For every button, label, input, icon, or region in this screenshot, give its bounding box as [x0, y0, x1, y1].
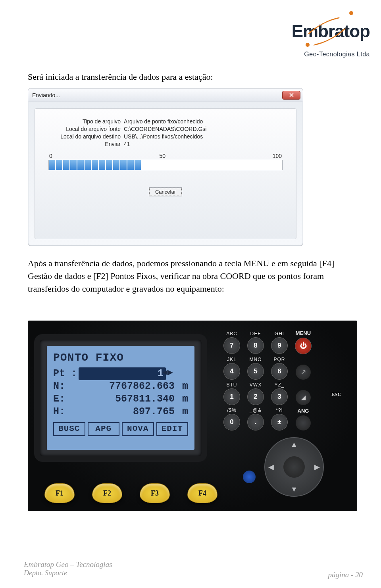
- dialog-body: Tipo de arquivoArquivo de ponto fixo/con…: [35, 108, 296, 239]
- key-9: 9: [271, 337, 288, 354]
- logo-subtitle: Geo-Tecnologias Ltda: [255, 51, 370, 58]
- logo-graphic: Embratop: [255, 8, 370, 52]
- key-5: 5: [247, 363, 264, 380]
- scale-min: 0: [49, 153, 52, 159]
- info-label: Enviar: [57, 141, 124, 147]
- ang-label: ANG: [291, 408, 315, 414]
- key-label: STU: [220, 382, 244, 388]
- info-label: Tipo de arquivo: [57, 118, 124, 125]
- key-label: GHI: [267, 331, 291, 336]
- page-footer: Embratop Geo – Tecnologias Depto. Suport…: [24, 560, 363, 579]
- key-label: MNO: [244, 357, 267, 362]
- scale-mid: 50: [159, 153, 165, 159]
- close-button[interactable]: [282, 91, 300, 100]
- key-label: YZ_: [267, 382, 291, 388]
- arrow-up-icon: ▲: [291, 440, 298, 449]
- info-label: Local do arquivo fonte: [57, 126, 124, 132]
- info-value: Arquivo de ponto fixo/conhecido: [124, 118, 203, 125]
- dialog-title: Enviando...: [32, 92, 282, 98]
- key-8: 8: [247, 337, 264, 354]
- lcd-title: PONTO FIXO: [53, 351, 188, 365]
- dialog-titlebar: Enviando...: [28, 88, 303, 102]
- transfer-dialog: Enviando... Tipo de arquivoArquivo de po…: [28, 88, 303, 246]
- ang-icon: [296, 415, 311, 430]
- close-icon: [289, 93, 294, 97]
- info-label: Local do arquivo destino: [57, 133, 124, 140]
- key-4: 4: [223, 363, 240, 380]
- footer-company: Embratop Geo – Tecnologias: [24, 560, 363, 569]
- menu-label: MENU: [291, 330, 315, 336]
- f1-key: F1: [44, 483, 75, 503]
- key-pm: ±: [271, 414, 288, 430]
- progress-scale: 0 50 100: [48, 153, 283, 159]
- key-label: JKL: [220, 357, 244, 362]
- progress-bar: [48, 160, 283, 170]
- key-label: VWX: [244, 382, 267, 388]
- key-label: DEF: [244, 331, 267, 336]
- scale-max: 100: [273, 153, 282, 159]
- key-6: 6: [271, 363, 288, 380]
- info-value: C:\COORDENADAS\COORD.Gsi: [124, 126, 206, 132]
- fnc-label: FNC: [331, 321, 341, 433]
- ent-label: ENT: [28, 391, 256, 440]
- key-label: PQR: [267, 357, 291, 362]
- f4-key: F4: [187, 483, 217, 503]
- dpad: ▲ ▼ ◀ ▶: [264, 437, 324, 497]
- key-label: *?!: [267, 407, 291, 413]
- device-photo: PONTO FIXO Pt : 1 ◀▶ N:7767862.663m E:56…: [28, 321, 357, 511]
- f2-key: F2: [92, 483, 122, 503]
- power-button: ⏻: [295, 338, 312, 354]
- page-number: página - 20: [24, 571, 363, 579]
- lcd-pt-label: Pt :: [53, 367, 79, 380]
- cancel-button[interactable]: Cancelar: [149, 188, 182, 196]
- f3-key: F3: [140, 483, 170, 503]
- arrow-down-icon: ▼: [291, 485, 298, 494]
- info-value: USB\...\Pontos fixos/conhecidos: [124, 133, 203, 140]
- intro-paragraph-1: Será iniciada a transferência de dados p…: [28, 71, 213, 83]
- page-down-icon: ◢: [296, 390, 311, 405]
- function-keys: F1 F2 F3 F4: [44, 483, 217, 503]
- ent-button: [243, 471, 256, 483]
- key-7: 7: [223, 337, 240, 354]
- lcd-pt-value: 1: [79, 367, 166, 380]
- page-up-icon: ↗: [296, 365, 311, 380]
- arrow-right-icon: ▶: [314, 463, 320, 471]
- scroll-arrows-icon: ◀▶: [163, 367, 173, 379]
- info-value: 41: [124, 141, 130, 147]
- transfer-info: Tipo de arquivoArquivo de ponto fixo/con…: [57, 118, 283, 147]
- key-label: ABC: [220, 331, 244, 336]
- brand-logo: Embratop Geo-Tecnologias Ltda: [255, 8, 370, 58]
- key-3: 3: [271, 388, 288, 405]
- intro-paragraph-2: Após a transferência de dados, podemos p…: [28, 257, 353, 295]
- arrow-left-icon: ◀: [268, 463, 274, 471]
